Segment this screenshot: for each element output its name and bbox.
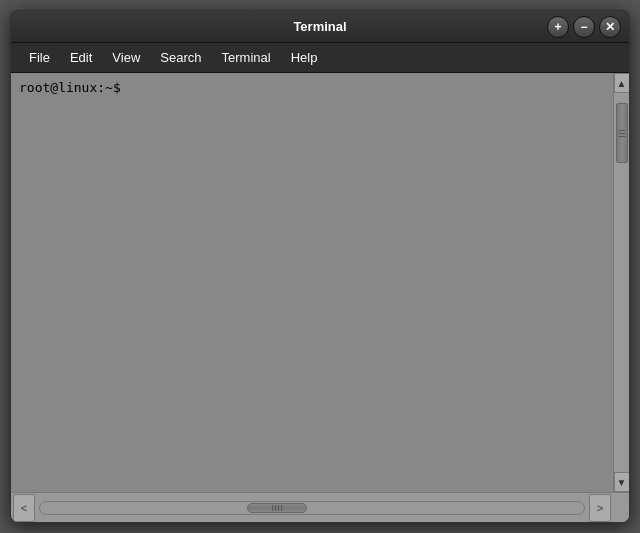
terminal-prompt: root@linux:~$ — [19, 79, 605, 97]
window-title: Terminal — [293, 19, 346, 34]
close-icon: ✕ — [605, 20, 615, 34]
scrollbar-corner — [613, 494, 629, 522]
terminal-body[interactable]: root@linux:~$ — [11, 73, 613, 492]
vscroll-thumb[interactable] — [616, 103, 628, 163]
thumb-line-1 — [619, 130, 625, 131]
vscroll-track[interactable] — [614, 93, 629, 472]
horizontal-scrollbar-area: < > — [11, 492, 629, 522]
scroll-up-arrow[interactable]: ▲ — [614, 73, 630, 93]
hthumb-line-2 — [275, 505, 276, 511]
scroll-left-arrow[interactable]: < — [13, 494, 35, 522]
menu-edit[interactable]: Edit — [60, 46, 102, 69]
hscroll-track[interactable] — [39, 501, 585, 515]
add-icon: + — [554, 20, 561, 34]
terminal-window: Terminal + − ✕ File Edit View Search Ter… — [10, 10, 630, 523]
minimize-button[interactable]: − — [573, 16, 595, 38]
add-tab-button[interactable]: + — [547, 16, 569, 38]
scroll-right-arrow[interactable]: > — [589, 494, 611, 522]
scroll-down-arrow[interactable]: ▼ — [614, 472, 630, 492]
hthumb-line-1 — [272, 505, 273, 511]
menubar: File Edit View Search Terminal Help — [11, 43, 629, 73]
hthumb-line-4 — [281, 505, 282, 511]
close-button[interactable]: ✕ — [599, 16, 621, 38]
window-controls: + − ✕ — [547, 16, 621, 38]
menu-file[interactable]: File — [19, 46, 60, 69]
hscroll-thumb[interactable] — [247, 503, 307, 513]
titlebar: Terminal + − ✕ — [11, 11, 629, 43]
menu-search[interactable]: Search — [150, 46, 211, 69]
thumb-line-2 — [619, 133, 625, 134]
menu-help[interactable]: Help — [281, 46, 328, 69]
vertical-scrollbar: ▲ ▼ — [613, 73, 629, 492]
menu-view[interactable]: View — [102, 46, 150, 69]
minimize-icon: − — [580, 20, 587, 34]
menu-terminal[interactable]: Terminal — [212, 46, 281, 69]
hthumb-line-3 — [278, 505, 279, 511]
thumb-line-3 — [619, 136, 625, 137]
content-area: root@linux:~$ ▲ ▼ — [11, 73, 629, 492]
